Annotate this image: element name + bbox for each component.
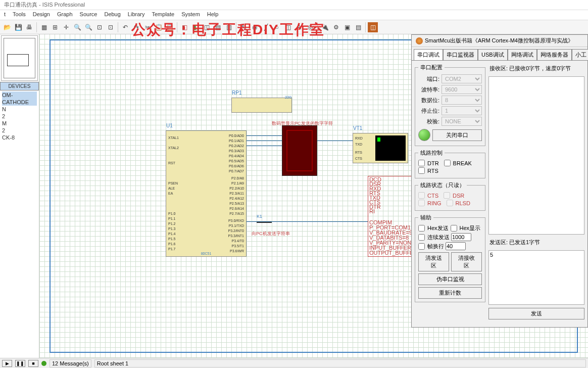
tool-icon[interactable]: ○ (272, 22, 282, 32)
save-icon[interactable]: 💾 (13, 22, 23, 32)
rlsd-indicator: RLSD (447, 200, 470, 206)
paste-icon[interactable]: 📋 (165, 22, 175, 32)
print-icon[interactable]: 🖶 (24, 22, 34, 32)
target-icon[interactable]: ✛ (61, 22, 71, 32)
tool-icon[interactable]: ▣ (342, 22, 352, 32)
parity-select[interactable]: NONE (442, 117, 482, 126)
device-item[interactable]: CK-8 (2, 134, 37, 141)
hex-send-checkbox[interactable]: Hex发送 (418, 224, 449, 232)
grid-icon[interactable]: ⊞ (50, 22, 60, 32)
ares-icon[interactable]: ◫ (368, 22, 378, 32)
tab-serial-debug[interactable]: 串口调试 (414, 49, 443, 60)
tool-icon[interactable]: ◫ (202, 22, 212, 32)
open-icon[interactable]: 📂 (2, 22, 12, 32)
separator (317, 22, 318, 32)
pause-button[interactable]: ❚❚ (15, 360, 25, 367)
stopbits-select[interactable]: 1 (442, 106, 482, 115)
undo-icon[interactable]: ↶ (120, 22, 130, 32)
break-checkbox[interactable]: BREAK (444, 160, 472, 166)
tab-usb-debug[interactable]: USB调试 (478, 49, 508, 60)
cont-send-input[interactable] (451, 233, 471, 241)
tool-icon[interactable]: A (294, 22, 304, 32)
preview-shape (7, 54, 29, 66)
tab-net-server[interactable]: 网络服务器 (537, 49, 572, 60)
device-item[interactable]: OM-CATHODE (2, 91, 37, 106)
menu-item[interactable]: Design (33, 11, 50, 19)
redo-icon[interactable]: ↷ (131, 22, 141, 32)
menu-item[interactable]: System (181, 11, 200, 19)
tool-icon[interactable]: ◎ (305, 22, 315, 32)
stop-button[interactable]: ■ (28, 360, 38, 367)
send-textarea[interactable]: 5 (488, 250, 584, 305)
cont-send-checkbox[interactable] (418, 234, 425, 241)
tool-icon[interactable]: ▤ (353, 22, 363, 32)
tool-icon[interactable]: ╱ (261, 22, 271, 32)
tool-icon[interactable]: ▤ (213, 22, 223, 32)
recv-textarea[interactable] (488, 76, 584, 235)
messages-count[interactable]: 12 Message(s) (50, 359, 91, 367)
line-control-group: 线路控制 DTR BREAK RTS (415, 149, 485, 178)
hex-show-checkbox[interactable]: Hex显示 (451, 224, 481, 232)
clear-recv-button[interactable]: 清接收区 (451, 252, 482, 271)
seven-segment-display[interactable] (282, 125, 317, 176)
recount-button[interactable]: 重新计数 (418, 287, 482, 299)
device-item[interactable]: M (2, 120, 37, 127)
play-button[interactable]: ▶ (2, 360, 12, 367)
switch-k1[interactable]: K1 (257, 214, 277, 224)
rts-checkbox[interactable]: RTS (418, 167, 482, 174)
menu-item[interactable]: Library (128, 11, 145, 19)
tool-icon[interactable]: ◧ (190, 22, 201, 32)
virtual-terminal-vt1[interactable]: VT1 RXD TXD RTS CTS (353, 133, 408, 163)
zoom-in-icon[interactable]: 🔍 (72, 22, 82, 32)
port-select[interactable]: COM2 (442, 74, 482, 83)
menu-item[interactable]: Graph (57, 11, 73, 19)
tool-icon[interactable]: ◫ (283, 22, 293, 32)
menu-item[interactable]: Tools (13, 11, 26, 19)
ring-indicator: RING (418, 200, 442, 206)
device-list[interactable]: OM-CATHODE N 2 M 2 CK-8 (0, 90, 39, 358)
tool-icon[interactable]: ◧ (179, 22, 189, 32)
separator (365, 22, 366, 32)
dtr-checkbox[interactable]: DTR (418, 160, 439, 166)
zoom-fit-icon[interactable]: ⊡ (94, 22, 105, 32)
rp-label: RP1 (232, 90, 241, 96)
zoom-fit-icon[interactable]: ⊡ (106, 22, 116, 32)
tab-tools[interactable]: 小工 (572, 49, 588, 60)
close-port-button[interactable]: 关闭串口 (432, 129, 482, 141)
tool-icon[interactable]: ▥ (224, 22, 234, 32)
grid-icon[interactable]: ▦ (39, 22, 49, 32)
tool-icon[interactable]: ⚙ (331, 22, 341, 32)
tool-icon[interactable]: 🔌 (320, 22, 330, 32)
resistor-pack-rp1[interactable]: RP1 220 (231, 98, 292, 113)
panel-titlebar[interactable]: SmartMcu出版书籍《ARM Cortex-M4微控制器原理与实战》 (412, 35, 587, 47)
preview-pane[interactable] (1, 35, 38, 81)
device-item[interactable]: N (2, 106, 37, 113)
send-button[interactable]: 发送 (488, 308, 584, 319)
menu-item[interactable]: Debug (104, 11, 120, 19)
menu-item[interactable]: Source (80, 11, 97, 19)
copy-icon[interactable]: 📋 (154, 22, 164, 32)
tool-icon[interactable]: 🔧 (238, 22, 249, 32)
terminal-screen (375, 135, 406, 161)
frame-wrap-input[interactable] (446, 242, 466, 250)
tab-serial-monitor[interactable]: 串口监视器 (443, 49, 478, 60)
menu-item[interactable]: Help (207, 11, 219, 19)
chip-u1[interactable]: U1 XTAL1 XTAL2 RST PSEN ALE EA P1.0 P1.1… (166, 130, 247, 257)
fake-monitor-button[interactable]: 伪串口监视 (418, 273, 482, 285)
databits-select[interactable]: 8 (442, 96, 482, 105)
tab-net-debug[interactable]: 网络调试 (508, 49, 537, 60)
tool-icon[interactable]: ◉ (250, 22, 260, 32)
separator (236, 22, 236, 32)
device-item[interactable]: 2 (2, 113, 37, 120)
dsr-indicator: DSR (444, 192, 464, 199)
serial-debug-panel: SmartMcu出版书籍《ARM Cortex-M4微控制器原理与实战》 串口调… (411, 34, 588, 328)
statusbar: ▶ ❚❚ ■ 12 Message(s) Root sheet 1 (0, 358, 588, 368)
menu-item[interactable]: Template (152, 11, 174, 19)
device-item[interactable]: 2 (2, 127, 37, 134)
clear-send-button[interactable]: 清发送区 (418, 252, 449, 271)
cut-icon[interactable]: ✂ (142, 22, 153, 32)
baud-select[interactable]: 9600 (442, 85, 482, 94)
zoom-out-icon[interactable]: 🔍 (83, 22, 93, 32)
menu-item[interactable]: t (4, 11, 6, 19)
frame-wrap-checkbox[interactable] (418, 243, 425, 250)
